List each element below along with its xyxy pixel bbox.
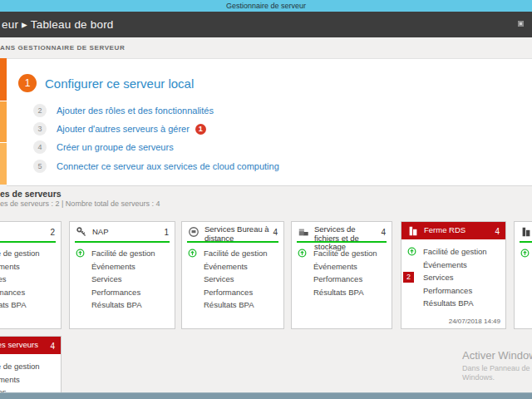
welcome-accent-bar <box>0 58 7 185</box>
tile-item-manageability[interactable]: Facilité de gestion <box>182 247 283 260</box>
tile-item-performance[interactable]: Performances <box>401 284 505 298</box>
tile-item-label: Facilité de gestion <box>91 249 155 258</box>
server-icon <box>520 226 532 238</box>
tile-remote-desktop-services[interactable]: Services Bureau à distance 4 Facilité de… <box>181 221 284 329</box>
tile-item-events[interactable]: Événements <box>0 373 61 387</box>
tile-count: 4 <box>495 227 500 236</box>
tile-item-bpa[interactable]: Résultats BPA <box>70 298 175 312</box>
watermark-line3: Windows. <box>462 373 495 382</box>
step-2-label[interactable]: Ajouter des rôles et des fonctionnalités <box>57 106 214 116</box>
activate-windows-watermark: Activer Windows <box>462 349 532 362</box>
storage-icon <box>298 226 309 238</box>
tile-header: Services Bureau à distance 4 <box>182 222 283 241</box>
tile-header: NAP 1 <box>70 222 175 241</box>
window-title: Gestionnaire de serveur <box>226 2 306 10</box>
tile-role-cropped-right[interactable] <box>514 221 532 329</box>
tile-count: 2 <box>50 228 55 237</box>
step-1-number-badge: 1 <box>18 74 37 92</box>
tile-count: 4 <box>381 228 386 237</box>
step-3-number-badge: 3 <box>33 122 47 135</box>
tile-item-services[interactable]: Services <box>0 273 61 286</box>
tile-item-services[interactable]: 2 Services <box>401 271 505 284</box>
step-3-label[interactable]: Ajouter d'autres serveurs à gérer <box>57 124 190 134</box>
tile-item-performance[interactable]: Performances <box>182 286 283 299</box>
accent-segment-learn-more <box>0 143 7 185</box>
tile-timestamp: 24/07/2018 14:49 <box>449 318 500 325</box>
step-1-label[interactable]: Configurer ce serveur local <box>45 76 194 91</box>
up-arrow-status-icon <box>407 247 416 256</box>
services-alert-badge: 2 <box>403 272 414 283</box>
tile-item-events[interactable]: Événements <box>0 260 61 273</box>
taskbar-edge-strip <box>0 392 532 399</box>
tile-item-bpa[interactable]: Résultats BPA <box>292 286 392 299</box>
step-4-number-badge: 4 <box>33 140 47 154</box>
tile-item-bpa[interactable]: Résultats BPA <box>0 298 61 312</box>
notification-flag-icon[interactable] <box>518 21 524 27</box>
tile-title[interactable]: NAP <box>92 228 161 237</box>
tile-item-services[interactable]: Services <box>70 273 175 286</box>
tile-item-bpa[interactable]: Résultats BPA <box>401 297 505 310</box>
up-arrow-status-icon <box>76 249 85 258</box>
tile-item-events[interactable]: Événements <box>401 259 505 272</box>
watermark-line2: Dans le Panneau de co <box>462 364 532 372</box>
remote-desktop-icon <box>188 226 200 238</box>
tile-item-label: Services <box>423 273 453 282</box>
tile-item-label: Facilité de gestion <box>423 247 487 256</box>
tile-nap[interactable]: NAP 1 Facilité de gestion Événements Ser… <box>69 221 175 329</box>
quickstart-step-1[interactable]: 1 Configurer ce serveur local <box>18 74 194 92</box>
tile-item-events[interactable]: Événements <box>292 260 392 273</box>
tile-count: 1 <box>164 228 169 237</box>
tile-item-performance[interactable]: Performances <box>292 273 392 286</box>
step-2-number-badge: 2 <box>33 104 47 117</box>
welcome-section-label: ANS GESTIONNAIRE DE SERVEUR <box>0 44 125 52</box>
tile-header: Services de fichiers et de stockage 4 <box>292 222 392 241</box>
tile-item-manageability[interactable]: Facilité de gestion <box>0 247 61 260</box>
annotation-badge-1: 1 <box>195 124 206 135</box>
key-icon <box>76 226 87 238</box>
tile-item-manageability[interactable]: Facilité de gestion <box>70 247 175 260</box>
tile-count: 4 <box>273 228 278 237</box>
tile-title[interactable]: Ferme RDS <box>424 226 492 235</box>
up-arrow-status-icon <box>520 249 530 258</box>
tile-header: 2 <box>0 222 61 241</box>
accent-segment-whats-new <box>0 101 7 143</box>
step-5-number-badge: 5 <box>33 160 47 173</box>
tile-ferme-rds[interactable]: Ferme RDS 4 Facilité de gestion Événemen… <box>401 221 506 329</box>
tile-item-label: Facilité de gestion <box>204 249 268 258</box>
up-arrow-status-icon <box>188 249 197 258</box>
activate-windows-watermark-sub: Dans le Panneau de co Windows. <box>462 364 532 382</box>
tile-file-storage-services[interactable]: Services de fichiers et de stockage 4 Fa… <box>291 221 392 329</box>
tile-role-cropped-left[interactable]: 2 Facilité de gestion Événements Service… <box>0 221 62 329</box>
up-arrow-status-icon <box>298 249 307 258</box>
tile-tous-les-serveurs[interactable]: Tous les serveurs 4 Facilité de gestion … <box>0 336 62 399</box>
quickstart-step-3[interactable]: 3 Ajouter d'autres serveurs à gérer 1 <box>33 122 206 135</box>
quickstart-step-2[interactable]: 2 Ajouter des rôles et des fonctionnalit… <box>33 104 214 117</box>
server-icon <box>407 225 419 237</box>
tile-item-events[interactable]: Événements <box>70 260 175 273</box>
tile-item-performance[interactable]: Performances <box>70 286 175 299</box>
step-4-label[interactable]: Créer un groupe de serveurs <box>57 142 174 152</box>
tile-item-manageability[interactable]: Facilité de gestion <box>292 247 392 260</box>
tile-title[interactable]: Tous les serveurs <box>0 341 47 350</box>
breadcrumb[interactable]: eur ▸ Tableau de bord <box>2 17 114 31</box>
tile-header <box>515 222 532 241</box>
tile-item-services[interactable]: Services <box>182 273 283 286</box>
tile-header: Tous les serveurs 4 <box>0 337 61 354</box>
tile-item-manageability[interactable]: Facilité de gestion <box>0 360 61 373</box>
accent-segment-quickstart <box>0 58 7 101</box>
step-5-label[interactable]: Connecter ce serveur aux services de clo… <box>57 161 279 171</box>
roles-section-summary: es de serveurs : 2 | Nombre total de ser… <box>0 200 160 208</box>
tile-header: Ferme RDS 4 <box>401 222 505 239</box>
tile-item-manageability[interactable] <box>515 247 532 260</box>
navbar: eur ▸ Tableau de bord <box>0 12 532 37</box>
tile-item-manageability[interactable]: Facilité de gestion <box>401 245 505 259</box>
roles-section-title: es de serveurs <box>0 189 62 199</box>
tile-title[interactable]: Services Bureau à distance <box>204 225 270 243</box>
quickstart-step-4[interactable]: 4 Créer un groupe de serveurs <box>33 140 174 154</box>
quickstart-step-5[interactable]: 5 Connecter ce serveur aux services de c… <box>33 160 279 173</box>
welcome-panel: 1 Configurer ce serveur local 2 Ajouter … <box>7 58 532 186</box>
window-titlebar[interactable]: Gestionnaire de serveur <box>0 0 532 12</box>
tile-item-bpa[interactable]: Résultats BPA <box>182 298 283 312</box>
tile-item-performance[interactable]: Performances <box>0 286 61 299</box>
tile-item-events[interactable]: Événements <box>182 260 283 273</box>
